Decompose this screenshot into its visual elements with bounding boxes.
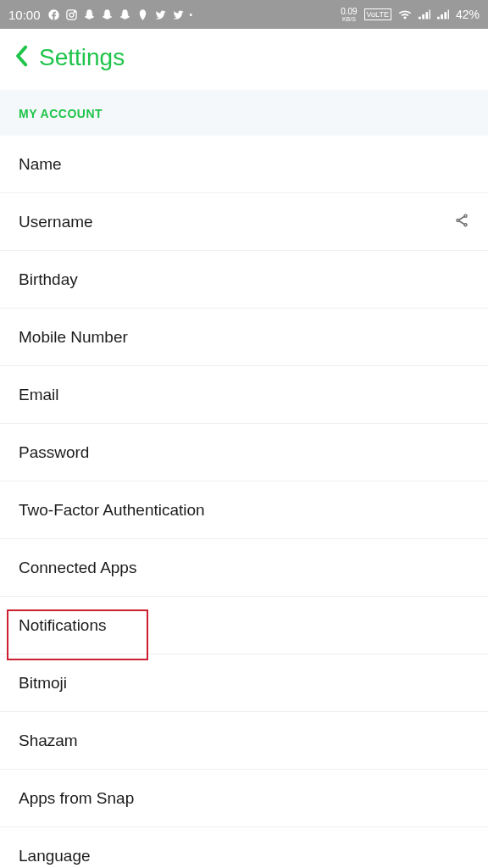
svg-point-1 — [69, 13, 74, 17]
chevron-left-icon — [14, 45, 29, 67]
settings-item-apps-from-snap[interactable]: Apps from Snap — [0, 770, 488, 827]
settings-item-birthday[interactable]: Birthday — [0, 251, 488, 309]
settings-item-name[interactable]: Name — [0, 136, 488, 193]
back-button[interactable] — [14, 45, 29, 70]
share-icon[interactable] — [454, 213, 469, 231]
settings-item-connected-apps[interactable]: Connected Apps — [0, 539, 488, 597]
settings-item-notifications[interactable]: Notifications — [0, 597, 488, 654]
settings-item-username[interactable]: Username — [0, 193, 488, 251]
snapchat-icon — [101, 8, 114, 21]
settings-item-label: Password — [19, 443, 89, 462]
svg-point-4 — [457, 219, 459, 221]
status-time: 10:00 — [8, 8, 41, 22]
settings-item-language[interactable]: Language — [0, 827, 488, 868]
settings-item-shazam[interactable]: Shazam — [0, 712, 488, 770]
settings-item-label: Two-Factor Authentication — [19, 501, 205, 520]
settings-item-label: Birthday — [19, 270, 78, 289]
snapchat-icon — [119, 8, 131, 21]
settings-item-password[interactable]: Password — [0, 424, 488, 481]
page-title: Settings — [39, 44, 125, 71]
settings-item-mobile-number[interactable]: Mobile Number — [0, 309, 488, 366]
svg-point-2 — [74, 11, 75, 12]
svg-point-3 — [464, 214, 467, 217]
instagram-icon — [65, 8, 78, 21]
settings-item-label: Language — [19, 847, 91, 865]
settings-item-label: Name — [19, 155, 62, 174]
settings-item-email[interactable]: Email — [0, 366, 488, 424]
battery-text: 42% — [456, 8, 480, 21]
status-bar: 10:00 • 0.09 KB/S VoLTE 42% — [0, 0, 488, 29]
settings-item-label: Connected Apps — [19, 559, 136, 577]
settings-list: NameUsernameBirthdayMobile NumberEmailPa… — [0, 136, 488, 868]
data-rate: 0.09 KB/S — [341, 8, 357, 22]
twitter-icon — [172, 8, 185, 21]
section-my-account: MY ACCOUNT — [0, 90, 488, 136]
signal-icon — [419, 9, 430, 19]
signal-icon — [437, 9, 449, 19]
settings-item-bitmoji[interactable]: Bitmoji — [0, 654, 488, 712]
settings-item-label: Username — [19, 213, 93, 231]
svg-line-7 — [459, 220, 464, 224]
facebook-icon — [47, 8, 60, 21]
wifi-icon — [398, 9, 412, 19]
settings-item-two-factor-authentication[interactable]: Two-Factor Authentication — [0, 481, 488, 539]
settings-item-label: Mobile Number — [19, 328, 128, 347]
settings-item-label: Shazam — [19, 732, 78, 750]
svg-point-5 — [464, 223, 467, 225]
settings-item-label: Apps from Snap — [19, 789, 134, 808]
settings-item-label: Notifications — [19, 616, 107, 635]
settings-item-label: Bitmoji — [19, 674, 67, 693]
snapchat-icon — [83, 8, 96, 21]
settings-header: Settings — [0, 29, 488, 90]
volte-indicator: VoLTE — [364, 8, 391, 20]
status-app-icons: • — [47, 8, 193, 21]
settings-item-label: Email — [19, 386, 59, 404]
more-dot-icon: • — [190, 10, 193, 19]
svg-line-6 — [459, 216, 464, 220]
twitter-icon — [154, 8, 167, 21]
app-icon — [136, 8, 149, 21]
